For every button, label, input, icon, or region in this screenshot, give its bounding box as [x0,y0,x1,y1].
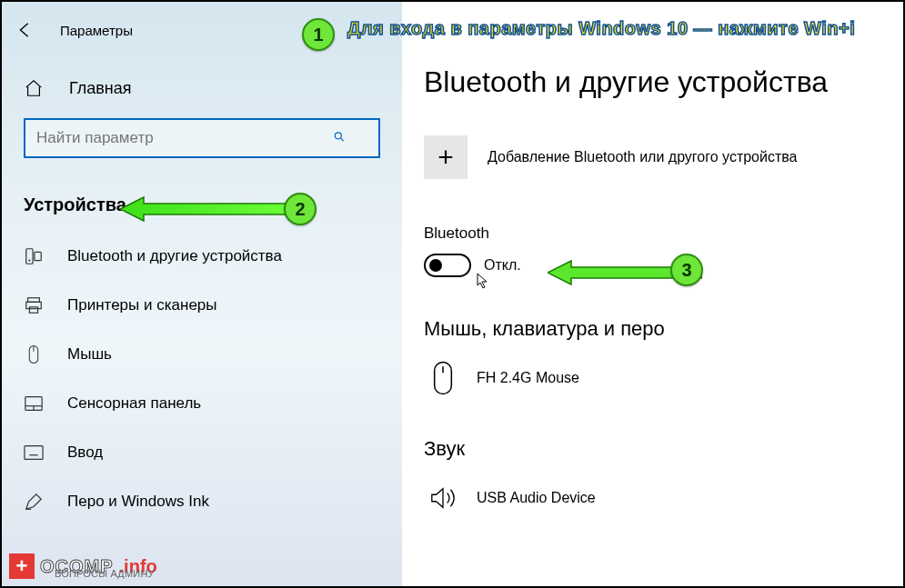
speaker-icon [429,479,457,517]
home-label: Главная [69,79,132,98]
sidebar: Параметры Главная Устройства [2,2,402,586]
svg-rect-2 [35,252,41,260]
keyboard-icon [24,443,44,463]
bluetooth-toggle[interactable] [424,254,471,277]
nav-mouse[interactable]: Мышь [2,330,402,379]
nav-label: Ввод [67,443,103,462]
add-device-button[interactable]: + Добавление Bluetooth или другого устро… [424,135,887,179]
nav-label: Перо и Windows Ink [67,493,209,511]
annotation-badge-3: 3 [670,254,703,286]
toggle-knob [429,259,442,272]
nav-label: Принтеры и сканеры [67,296,217,314]
svg-marker-20 [120,197,298,221]
cursor-icon [477,273,489,289]
touchpad-icon [24,394,44,414]
nav-touchpad[interactable]: Сенсорная панель [2,379,402,428]
nav-bluetooth[interactable]: Bluetooth и другие устройства [2,232,402,281]
watermark-sub: ВОПРОСЫ АДМИНУ [55,568,155,579]
plus-icon: + [424,135,468,179]
svg-point-3 [29,260,30,261]
svg-rect-1 [26,249,33,264]
search-container [24,118,380,158]
svg-point-0 [335,133,341,139]
devices-icon [24,246,44,266]
nav-list: Bluetooth и другие устройства Принтеры и… [2,232,402,526]
bluetooth-section-label: Bluetooth [424,224,887,243]
search-input[interactable] [24,118,380,158]
annotation-hint: Для входа в параметры Windows 10 — нажми… [347,18,855,39]
annotation-arrow-2 [120,195,298,223]
annotation-badge-1: 1 [302,18,335,51]
mouse-device-icon [429,359,457,397]
mouse-device-label: FH 2.4G Mouse [477,370,579,386]
mouse-device-row[interactable]: FH 2.4G Mouse [424,359,887,397]
printer-icon [24,295,44,315]
mouse-keyboard-heading: Мышь, клавиатура и перо [424,317,887,341]
svg-rect-12 [25,446,43,460]
audio-heading: Звук [424,437,887,461]
audio-device-label: USB Audio Device [477,490,596,506]
nav-label: Мышь [67,345,112,364]
nav-label: Bluetooth и другие устройства [67,247,282,265]
svg-rect-6 [29,307,37,313]
svg-rect-4 [28,298,40,303]
home-row[interactable]: Главная [2,55,402,118]
search-icon [333,131,346,146]
pen-icon [24,492,44,512]
nav-pen[interactable]: Перо и Windows Ink [2,477,402,526]
add-device-label: Добавление Bluetooth или другого устройс… [488,149,798,165]
annotation-badge-2: 2 [284,193,317,225]
nav-typing[interactable]: Ввод [2,428,402,477]
arrow-left-icon [15,20,35,40]
watermark-cross-icon: + [9,553,35,579]
window-title: Параметры [60,23,133,38]
nav-label: Сенсорная панель [67,394,201,413]
nav-printers[interactable]: Принтеры и сканеры [2,281,402,330]
app-window: Параметры Главная Устройства [2,2,903,586]
audio-device-row[interactable]: USB Audio Device [424,479,887,517]
window-header: Параметры [2,2,402,55]
bluetooth-toggle-state: Откл. [484,257,521,274]
watermark: + OCOMP.info ВОПРОСЫ АДМИНУ [9,553,157,579]
svg-rect-5 [26,302,42,308]
home-icon [24,78,44,98]
main-content: Bluetooth и другие устройства + Добавлен… [402,2,903,586]
page-title: Bluetooth и другие устройства [424,65,887,99]
back-button[interactable] [9,15,40,45]
mouse-icon [24,344,44,364]
